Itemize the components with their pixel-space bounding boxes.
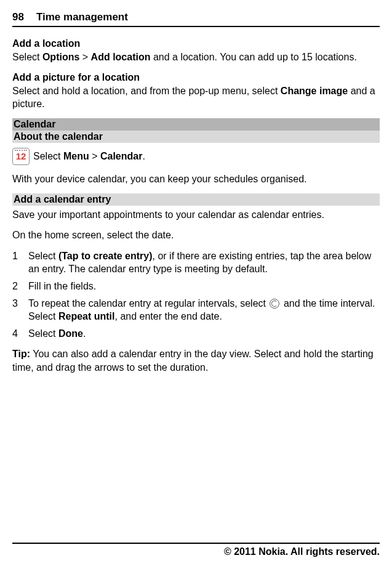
add-location-text: Select Options > Add location and a loca… xyxy=(12,51,380,64)
list-item: 3 To repeat the calendar entry at regula… xyxy=(12,297,380,323)
list-item: 4 Select Done. xyxy=(12,327,380,341)
add-entry-heading: Add a calendar entry xyxy=(12,193,380,206)
page-content: Add a location Select Options > Add loca… xyxy=(12,37,380,543)
calendar-icon: 12 xyxy=(12,148,30,165)
page-number: 98 xyxy=(12,11,24,23)
page-header: 98 Time management xyxy=(12,11,380,27)
tip-text: You can also add a calendar entry in the… xyxy=(12,349,374,373)
list-item: 1 Select (Tap to create entry), or if th… xyxy=(12,249,380,276)
tip-label: Tip: xyxy=(12,349,30,359)
repeat-icon xyxy=(270,299,279,309)
add-entry-steps: 1 Select (Tap to create entry), or if th… xyxy=(12,249,380,341)
add-picture-text: Select and hold a location, and from the… xyxy=(12,84,380,111)
add-picture-block: Add a picture for a location Select and … xyxy=(12,71,380,111)
add-picture-heading: Add a picture for a location xyxy=(12,71,380,84)
section-title: Time management xyxy=(36,11,128,23)
page-footer: © 2011 Nokia. All rights reserved. xyxy=(12,543,380,566)
about-calendar-select-text: Select Menu > Calendar. xyxy=(33,151,145,162)
calendar-heading: Calendar xyxy=(12,118,380,131)
add-location-heading: Add a location xyxy=(12,37,380,51)
add-entry-home: On the home screen, select the date. xyxy=(12,228,380,242)
list-item: 2 Fill in the fields. xyxy=(12,280,380,293)
tip-paragraph: Tip: You can also add a calendar entry i… xyxy=(12,347,380,374)
about-calendar-select-row: 12 Select Menu > Calendar. xyxy=(12,148,380,165)
about-calendar-heading: About the calendar xyxy=(12,131,380,143)
add-location-block: Add a location Select Options > Add loca… xyxy=(12,37,380,63)
about-calendar-body: With your device calendar, you can keep … xyxy=(12,172,380,186)
add-entry-intro: Save your important appointments to your… xyxy=(12,208,380,222)
